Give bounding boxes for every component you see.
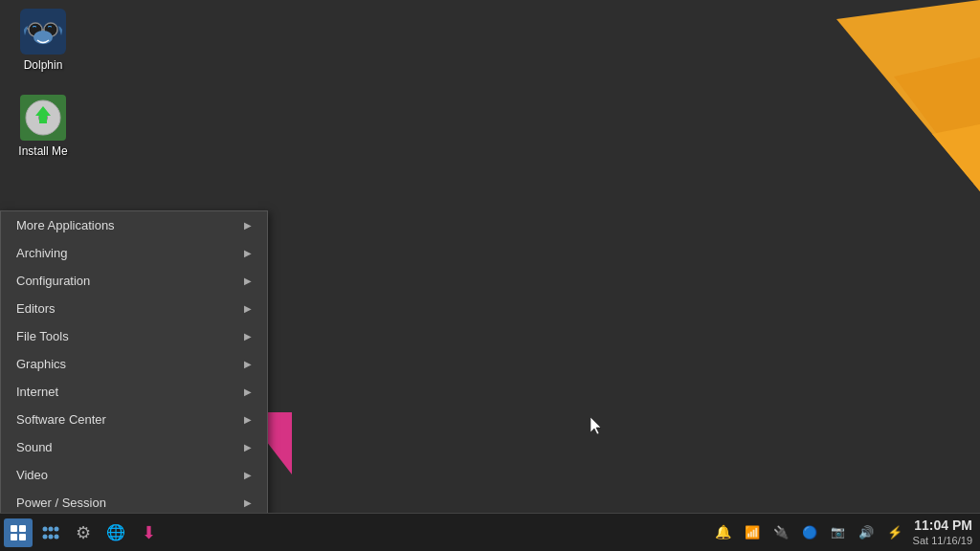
- menu-item-more-applications[interactable]: More Applications ▶: [1, 211, 267, 239]
- bluetooth-icon[interactable]: 🔵: [799, 523, 820, 541]
- menu-item-internet[interactable]: Internet ▶: [1, 378, 267, 406]
- svg-rect-19: [11, 534, 17, 540]
- svg-point-26: [55, 534, 59, 539]
- install-me-icon-image: [20, 95, 66, 141]
- svg-rect-17: [11, 525, 17, 532]
- desktop: Dolphin Install Me ⏰ ↻ ⏱ More Applicatio…: [0, 0, 980, 513]
- taskbar-left: ⚙ 🌐 ⬇: [0, 518, 163, 547]
- svg-point-25: [49, 534, 54, 539]
- context-menu: More Applications ▶ Archiving ▶ Configur…: [0, 210, 268, 551]
- menu-item-software-center[interactable]: Software Center ▶: [1, 406, 267, 433]
- menu-item-label: Video: [16, 468, 48, 482]
- taskbar: ⚙ 🌐 ⬇ 🔔 📶 🔌 🔵 📷 🔊 ⚡ 11:04 PM Sat 11/16/1…: [0, 513, 980, 551]
- menu-item-label: Power / Session: [16, 496, 106, 510]
- apps-button[interactable]: [36, 518, 65, 547]
- svg-rect-18: [19, 525, 26, 532]
- submenu-arrow: ▶: [244, 303, 252, 314]
- dolphin-label: Dolphin: [24, 58, 63, 72]
- clock[interactable]: 11:04 PM Sat 11/16/19: [913, 517, 972, 547]
- submenu-arrow: ▶: [244, 248, 252, 258]
- battery-icon[interactable]: ⚡: [884, 523, 905, 541]
- menu-item-label: More Applications: [16, 218, 115, 232]
- volume-icon[interactable]: 🔊: [856, 523, 877, 541]
- submenu-arrow: ▶: [244, 442, 252, 452]
- clock-date: Sat 11/16/19: [913, 534, 972, 547]
- menu-item-graphics[interactable]: Graphics ▶: [1, 350, 267, 378]
- menu-item-archiving[interactable]: Archiving ▶: [1, 239, 267, 267]
- menu-item-label: Editors: [16, 301, 55, 316]
- network-button[interactable]: 🌐: [101, 518, 130, 547]
- submenu-arrow: ▶: [244, 414, 252, 425]
- menu-item-label: Configuration: [16, 274, 90, 288]
- geo-decoration: [693, 0, 980, 191]
- svg-marker-16: [590, 417, 601, 434]
- network-tray-icon[interactable]: 🔌: [770, 523, 791, 541]
- menu-item-configuration[interactable]: Configuration ▶: [1, 267, 267, 295]
- notification-icon[interactable]: 🔔: [712, 522, 734, 541]
- camera-icon[interactable]: 📷: [828, 523, 848, 540]
- svg-marker-2: [932, 124, 980, 191]
- submenu-arrow: ▶: [244, 470, 252, 480]
- menu-item-editors[interactable]: Editors ▶: [1, 295, 267, 322]
- dolphin-icon-image: [20, 9, 66, 55]
- menu-item-label: Sound: [16, 440, 53, 454]
- mouse-cursor: [590, 417, 602, 434]
- menu-item-label: Graphics: [16, 357, 66, 371]
- menu-item-file-tools[interactable]: File Tools ▶: [1, 322, 267, 350]
- submenu-arrow: ▶: [244, 276, 252, 286]
- start-button[interactable]: [4, 518, 33, 547]
- menu-item-video[interactable]: Video ▶: [1, 461, 267, 489]
- taskbar-right: 🔔 📶 🔌 🔵 📷 🔊 ⚡ 11:04 PM Sat 11/16/19: [712, 517, 980, 547]
- svg-point-23: [55, 526, 59, 531]
- submenu-arrow: ▶: [244, 386, 252, 397]
- menu-item-label: Archiving: [16, 246, 67, 260]
- install-me-label: Install Me: [18, 144, 67, 158]
- submenu-arrow: ▶: [244, 359, 252, 369]
- dolphin-icon[interactable]: Dolphin: [5, 5, 81, 76]
- svg-point-24: [43, 534, 48, 539]
- settings-button[interactable]: ⚙: [69, 518, 98, 547]
- svg-rect-20: [19, 534, 26, 540]
- menu-item-sound[interactable]: Sound ▶: [1, 433, 267, 461]
- menu-item-label: Internet: [16, 385, 58, 399]
- menu-item-label: Software Center: [16, 412, 106, 427]
- menu-item-label: File Tools: [16, 329, 69, 343]
- install-me-icon[interactable]: Install Me: [5, 91, 81, 162]
- install-button[interactable]: ⬇: [134, 518, 163, 547]
- submenu-arrow: ▶: [244, 497, 252, 508]
- submenu-arrow: ▶: [244, 331, 252, 342]
- svg-point-22: [49, 526, 54, 531]
- clock-time: 11:04 PM: [913, 517, 972, 534]
- wifi-icon[interactable]: 📶: [742, 523, 763, 541]
- submenu-arrow: ▶: [244, 220, 252, 231]
- svg-point-21: [43, 526, 48, 531]
